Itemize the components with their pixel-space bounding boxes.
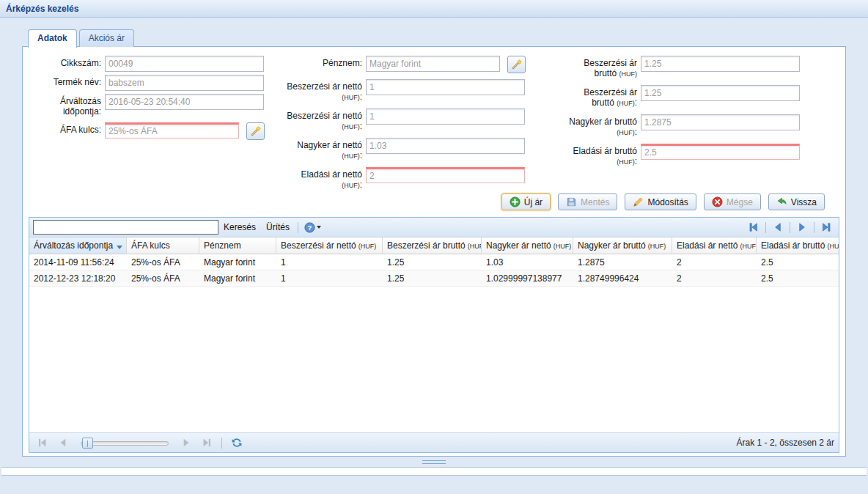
grid-status-text: Árak 1 - 2, összesen 2 ár [737, 438, 834, 448]
beszerzesi-brutto2-input[interactable] [641, 85, 800, 101]
arvaltozas-input[interactable] [105, 94, 264, 110]
modositas-button[interactable]: Módosítás [625, 193, 696, 210]
penznem-picker-button[interactable] [507, 56, 526, 73]
page-first-button[interactable] [34, 437, 51, 449]
page-next-icon [180, 437, 192, 449]
column-header-nagyker-netto[interactable]: Nagyker ár nettó(HUF) [482, 237, 573, 254]
termeknev-label: Termék név: [23, 75, 105, 87]
arvaltozas-label: Árváltozás időpontja: [23, 94, 105, 117]
help-menu-button[interactable]: ? [301, 221, 324, 235]
slider-thumb[interactable] [82, 438, 93, 449]
window-title: Árképzés kezelés [0, 0, 868, 18]
page-prev-icon [772, 221, 784, 233]
nagyker-brutto-input[interactable] [641, 114, 800, 130]
cikkszam-label: Cikkszám: [23, 56, 105, 68]
cancel-icon [712, 196, 723, 207]
refresh-icon [231, 437, 243, 449]
mentes-button[interactable]: Mentés [558, 193, 617, 210]
help-icon: ? [304, 222, 315, 233]
grid-header: Árváltozás időpontja ÁFA kulcs Pénznem B… [29, 237, 839, 254]
column-header-penznem[interactable]: Pénznem [199, 237, 276, 254]
column-header-beszerzesi-brutto[interactable]: Beszerzési ár bruttó(HUF) [383, 237, 482, 254]
south-splitter[interactable] [0, 457, 868, 467]
kereses-button[interactable]: Keresés [218, 221, 261, 234]
pricing-tab-panel: Adatok Akciós ár Cikkszám: Termék név: Á… [22, 29, 846, 457]
afakulcs-input[interactable] [105, 122, 239, 139]
page-last-button[interactable] [198, 437, 216, 449]
grid-toolbar: Keresés Ürítés ? [29, 218, 839, 237]
splitter-grip-icon [422, 460, 446, 464]
grid-paging-toolbar: Árak 1 - 2, összesen 2 ár [29, 432, 839, 452]
page-next-icon [796, 221, 808, 233]
urites-button[interactable]: Ürítés [261, 221, 295, 234]
price-form: Cikkszám: Termék név: Árváltozás időpont… [23, 47, 845, 193]
magic-wand-icon [250, 125, 262, 137]
save-icon [566, 196, 577, 207]
beszerzesi-brutto2-label: Beszerzési ár bruttó (HUF): [567, 85, 641, 108]
page-first-icon [37, 437, 48, 449]
column-header-arvaltozas-idopontja[interactable]: Árváltozás időpontja [29, 237, 127, 254]
eladasi-brutto-input[interactable] [641, 144, 800, 160]
nagyker-netto-input[interactable] [366, 138, 525, 154]
grid-empty-area [29, 287, 839, 432]
magic-wand-icon [511, 59, 523, 70]
column-header-beszerzesi-netto[interactable]: Beszerzési ár nettó(HUF) [276, 237, 383, 254]
search-input[interactable] [33, 220, 218, 235]
page-prev-icon [57, 437, 69, 449]
sort-desc-icon [117, 246, 122, 249]
column-header-eladasi-netto[interactable]: Eladási ár nettó(HUF) [672, 237, 757, 254]
afakulcs-picker-button[interactable] [246, 122, 265, 140]
page-next-button[interactable] [177, 437, 195, 449]
eladasi-netto-input[interactable] [366, 167, 525, 183]
page-next-button[interactable] [793, 221, 811, 233]
beszerzesi-brutto1-input[interactable] [641, 56, 800, 72]
penznem-label: Pénznem: [279, 56, 366, 68]
megse-button[interactable]: Mégse [704, 193, 761, 210]
column-header-afa-kulcs[interactable]: ÁFA kulcs [127, 237, 199, 254]
beszerzesi-netto1-input[interactable] [366, 79, 525, 95]
svg-text:?: ? [308, 224, 312, 232]
form-column-left: Cikkszám: Termék név: Árváltozás időpont… [23, 56, 279, 193]
termeknev-input[interactable] [105, 75, 264, 91]
page-last-icon [820, 221, 832, 233]
column-header-nagyker-brutto[interactable]: Nagyker ár bruttó(HUF) [573, 237, 672, 254]
table-row[interactable]: 2012-12-23 12:18:20 25%-os ÁFA Magyar fo… [29, 270, 839, 287]
cikkszam-input[interactable] [105, 56, 264, 72]
uj-ar-button[interactable]: Új ár [501, 193, 551, 210]
vissza-button[interactable]: Vissza [768, 193, 825, 210]
nagyker-brutto-label: Nagyker ár bruttó (HUF): [567, 114, 641, 138]
page-last-button[interactable] [817, 221, 835, 233]
dropdown-caret-icon [317, 226, 321, 229]
form-column-right: Beszerzési ár bruttó (HUF) Beszerzési ár… [552, 56, 845, 193]
form-column-middle: Pénznem: Beszerzési ár nettó (HUF): [279, 56, 552, 193]
page-prev-button[interactable] [769, 221, 787, 233]
afakulcs-label: ÁFA kulcs: [23, 122, 105, 135]
form-actions: Új ár Mentés Módosítás [23, 193, 845, 213]
beszerzesi-netto2-label: Beszerzési ár nettó (HUF): [279, 108, 366, 132]
adatok-tab-content: Cikkszám: Termék név: Árváltozás időpont… [22, 46, 846, 457]
page-first-icon [748, 221, 760, 233]
toolbar-separator [298, 222, 298, 233]
table-row[interactable]: 2014-11-09 11:56:24 25%-os ÁFA Magyar fo… [29, 254, 839, 270]
tab-adatok[interactable]: Adatok [28, 29, 77, 48]
page-last-icon [201, 437, 213, 449]
eladasi-netto-label: Eladási ár nettó (HUF): [279, 167, 366, 191]
slider-track [81, 441, 169, 446]
page-prev-button[interactable] [54, 437, 72, 449]
price-history-grid: Keresés Ürítés ? [29, 217, 839, 453]
column-header-eladasi-brutto[interactable]: Eladási ár bruttó(HUF) [757, 237, 839, 254]
south-region [1, 467, 867, 476]
add-icon [510, 196, 521, 207]
penznem-input[interactable] [366, 56, 500, 72]
page-first-button[interactable] [745, 221, 762, 233]
pencil-icon [633, 196, 644, 207]
beszerzesi-brutto1-label: Beszerzési ár bruttó (HUF) [567, 56, 641, 79]
back-arrow-icon [776, 196, 787, 207]
nagyker-netto-label: Nagyker ár nettó (HUF): [279, 138, 366, 161]
tab-strip: Adatok Akciós ár [22, 29, 846, 47]
page-slider[interactable] [81, 437, 169, 449]
refresh-button[interactable] [228, 437, 246, 449]
eladasi-brutto-label: Eladási ár bruttó (HUF): [567, 144, 641, 167]
tab-akcios-ar[interactable]: Akciós ár [79, 29, 134, 47]
beszerzesi-netto2-input[interactable] [366, 108, 525, 125]
